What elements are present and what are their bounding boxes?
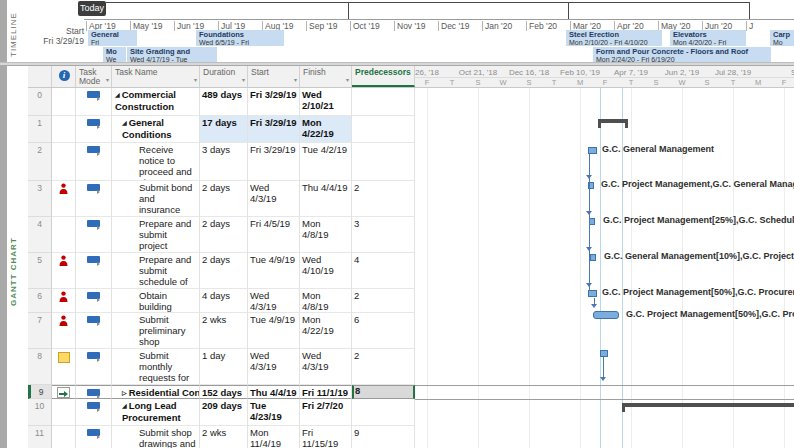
indicator-cell[interactable] — [52, 426, 76, 448]
duration-cell[interactable]: 4 days — [200, 289, 248, 313]
indicator-cell[interactable] — [52, 399, 76, 426]
start-cell[interactable]: Tue 4/9/19 — [248, 313, 300, 349]
finish-cell[interactable]: Wed 2/10/21 — [300, 88, 352, 116]
row-number[interactable]: 3 — [28, 181, 52, 217]
filter-arrow-icon[interactable]: ▾ — [106, 76, 109, 85]
finish-cell[interactable]: Mon 4/22/19 — [300, 313, 352, 349]
task-bar[interactable] — [588, 290, 597, 297]
row-number[interactable]: 6 — [28, 289, 52, 313]
task-mode-cell[interactable] — [76, 349, 112, 385]
start-cell[interactable]: Fri 3/29/19 — [248, 116, 300, 143]
finish-cell[interactable]: Tue 4/2/19 — [300, 143, 352, 181]
task-bar[interactable] — [590, 254, 596, 261]
predecessors-cell[interactable]: 3 — [352, 217, 415, 253]
predecessors-cell[interactable]: 9 — [352, 426, 415, 448]
predecessors-cell[interactable] — [352, 143, 415, 181]
finish-cell[interactable]: Mon 4/22/19 — [300, 116, 352, 143]
collapse-triangle-icon[interactable]: ◢ — [115, 92, 120, 98]
task-mode-header[interactable]: Task Mode▾ — [76, 66, 112, 87]
gantt-chart-pane-label[interactable]: GANTT CHART — [9, 222, 23, 322]
duration-cell[interactable]: 2 wks — [200, 426, 248, 448]
finish-cell[interactable]: Thu 4/4/19 — [300, 181, 352, 217]
start-cell[interactable]: Thu 4/4/19 — [248, 385, 300, 399]
timeline-bar-elevators[interactable]: Elevators Mon 4/20/20 - Fri — [670, 30, 746, 46]
task-mode-cell[interactable] — [76, 253, 112, 289]
task-name-cell[interactable]: Prepare and submit project schedule — [112, 217, 200, 253]
task-name-cell[interactable]: Submit preliminary shop drawings — [112, 313, 200, 349]
row-number[interactable]: 7 — [28, 313, 52, 349]
duration-cell[interactable]: 152 days — [200, 385, 248, 399]
task-name-cell[interactable]: ◢Commercial Construction — [112, 88, 200, 116]
indicator-cell[interactable] — [52, 116, 76, 143]
duration-cell[interactable]: 3 days — [200, 143, 248, 181]
task-mode-cell[interactable] — [76, 116, 112, 143]
start-cell[interactable]: Tue 4/9/19 — [248, 253, 300, 289]
indicator-cell[interactable] — [52, 313, 76, 349]
start-cell[interactable]: Tue 4/23/19 — [248, 399, 300, 426]
task-bar[interactable] — [593, 311, 619, 319]
duration-cell[interactable]: 489 days — [200, 88, 248, 116]
task-mode-cell[interactable] — [76, 181, 112, 217]
predecessors-cell[interactable]: 2 — [352, 181, 415, 217]
predecessors-cell[interactable]: 2 — [352, 289, 415, 313]
finish-cell[interactable]: Mon 4/8/19 — [300, 289, 352, 313]
indicator-cell[interactable] — [52, 181, 76, 217]
task-name-cell[interactable]: Obtain building permits — [112, 289, 200, 313]
start-cell[interactable]: Wed 4/3/19 — [248, 181, 300, 217]
duration-cell[interactable]: 2 days — [200, 217, 248, 253]
task-mode-cell[interactable] — [76, 217, 112, 253]
task-name-cell[interactable]: Prepare and submit schedule of — [112, 253, 200, 289]
row-number[interactable]: 9 — [28, 385, 52, 399]
row-number[interactable]: 5 — [28, 253, 52, 289]
task-mode-cell[interactable] — [76, 426, 112, 448]
start-cell[interactable]: Fri 3/29/19 — [248, 143, 300, 181]
duration-cell[interactable]: 2 wks — [200, 313, 248, 349]
finish-header[interactable]: Finish▾ — [300, 66, 352, 87]
predecessors-cell[interactable] — [352, 399, 415, 426]
duration-header[interactable]: Duration▾ — [200, 66, 248, 87]
finish-cell[interactable]: Fri 11/1/19 — [300, 385, 352, 399]
timeline-bar-general[interactable]: General Fri — [88, 30, 137, 46]
indicator-cell[interactable] — [52, 289, 76, 313]
predecessors-cell-selected[interactable]: 8 — [352, 385, 415, 399]
task-name-cell[interactable]: Submit shop drawings and — [112, 426, 200, 448]
expand-triangle-icon[interactable]: ▷ — [122, 390, 127, 396]
start-cell[interactable]: Fri 3/29/19 — [248, 88, 300, 116]
duration-cell[interactable]: 2 days — [200, 181, 248, 217]
task-bar[interactable] — [600, 350, 608, 357]
task-mode-cell[interactable] — [76, 143, 112, 181]
timeline-pane-label[interactable]: TIMELINE — [9, 6, 23, 64]
start-header[interactable]: Start▾ — [248, 66, 300, 87]
predecessors-cell[interactable]: 4 — [352, 253, 415, 289]
filter-arrow-icon[interactable]: ▾ — [294, 76, 297, 85]
finish-cell[interactable]: Fri 2/7/20 — [300, 399, 352, 426]
timeline-bar-clipped-right[interactable]: Carp Mo — [770, 30, 794, 46]
start-cell[interactable]: Wed 4/3/19 — [248, 289, 300, 313]
indicator-cell[interactable] — [52, 217, 76, 253]
indicator-cell[interactable] — [52, 88, 76, 116]
row-number[interactable]: 10 — [28, 399, 52, 426]
summary-bar-general-conditions[interactable] — [598, 119, 628, 128]
indicator-cell[interactable] — [52, 253, 76, 289]
task-mode-cell[interactable] — [76, 88, 112, 116]
start-cell[interactable]: Wed 4/3/19 — [248, 349, 300, 385]
row-number[interactable]: 11 — [28, 426, 52, 448]
filter-arrow-icon[interactable]: ▾ — [194, 76, 197, 85]
task-name-cell[interactable]: Submit monthly requests for — [112, 349, 200, 385]
task-name-cell[interactable]: ◢General Conditions — [112, 116, 200, 143]
start-cell[interactable]: Fri 4/5/19 — [248, 217, 300, 253]
task-name-cell[interactable]: Submit bond and insurance documents — [112, 181, 200, 217]
row-number[interactable]: 2 — [28, 143, 52, 181]
timeline-bar-foundations[interactable]: Foundations Wed 6/5/19 - Fri — [196, 30, 284, 46]
predecessors-cell[interactable]: 6 — [352, 313, 415, 349]
indicator-cell[interactable] — [52, 143, 76, 181]
task-mode-cell[interactable] — [76, 313, 112, 349]
gantt-timescale[interactable]: 26, '18 Oct 21, '18 Dec 16, '18 Feb 10, … — [415, 66, 794, 88]
finish-cell[interactable]: Mon 4/8/19 — [300, 217, 352, 253]
task-bar[interactable] — [588, 147, 597, 154]
task-mode-cell[interactable] — [76, 289, 112, 313]
start-cell[interactable]: Mon 11/4/19 — [248, 426, 300, 448]
predecessors-cell[interactable]: 2 — [352, 349, 415, 385]
task-name-header[interactable]: Task Name▾ — [112, 66, 200, 87]
task-name-cell[interactable]: ◢Long Lead Procurement — [112, 399, 200, 426]
